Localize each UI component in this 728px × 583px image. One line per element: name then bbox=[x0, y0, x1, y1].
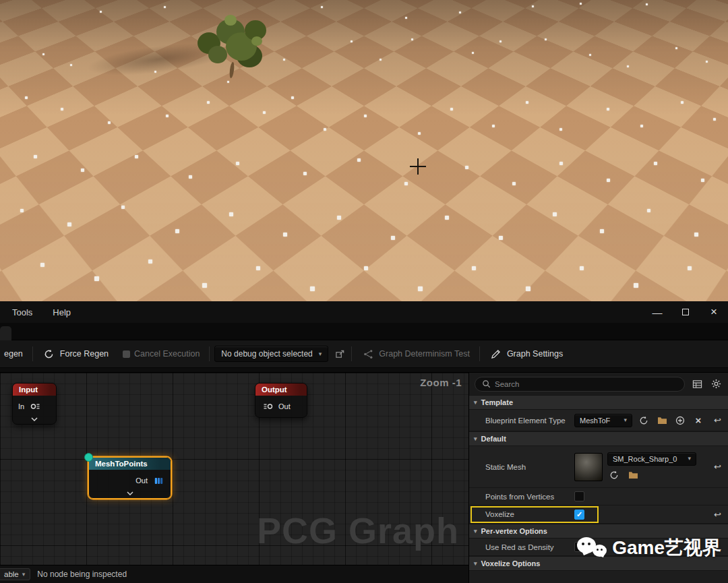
settings-gear-icon[interactable] bbox=[709, 377, 723, 391]
node-mesh-to-points[interactable]: MeshToPoints Out bbox=[88, 457, 171, 499]
force-regen-button[interactable]: Force Regen bbox=[38, 344, 113, 364]
search-input[interactable] bbox=[495, 380, 678, 388]
reset-to-default-icon[interactable]: ↩ bbox=[712, 510, 723, 520]
graph-settings-pencil-icon bbox=[489, 347, 503, 361]
maximize-icon bbox=[682, 309, 689, 315]
chevron-down-icon: ▾ bbox=[22, 572, 26, 578]
node-output[interactable]: Output Out bbox=[255, 383, 307, 418]
viewport-fog-overlay bbox=[0, 0, 728, 301]
force-regen-icon bbox=[42, 347, 56, 361]
wechat-logo-icon bbox=[577, 535, 608, 561]
section-triangle-icon: ▾ bbox=[474, 400, 477, 406]
toolbar-separator bbox=[32, 346, 33, 361]
screen: Tools Help — × egen Force Regen bbox=[0, 0, 728, 583]
window-controls: — × bbox=[643, 301, 728, 323]
property-label: Static Mesh bbox=[469, 463, 570, 471]
maximize-button[interactable] bbox=[671, 301, 700, 323]
chevron-down-icon: ▾ bbox=[624, 417, 627, 423]
determinism-test-icon bbox=[361, 347, 375, 361]
debug-target-icon[interactable] bbox=[333, 347, 346, 361]
toolbar-separator bbox=[479, 346, 480, 361]
graph-toolbar: egen Force Regen Cancel Execution No deb… bbox=[0, 340, 728, 368]
minimize-button[interactable]: — bbox=[643, 301, 671, 323]
reset-to-default-icon[interactable]: ↩ bbox=[712, 415, 723, 425]
section-triangle-icon: ▾ bbox=[474, 436, 477, 442]
toolbar-gap bbox=[0, 368, 728, 373]
node-mesh-to-points-title: MeshToPoints bbox=[89, 458, 171, 470]
graph-determinism-test-button[interactable]: Graph Determinism Test bbox=[357, 344, 475, 364]
static-mesh-dropdown[interactable]: SM_Rock_Sharp_0 ▾ bbox=[607, 452, 696, 466]
section-default[interactable]: ▾ Default bbox=[469, 431, 728, 446]
browse-to-asset-icon[interactable] bbox=[626, 468, 640, 482]
row-blueprint-element-type: Blueprint Element Type MeshToF ▾ bbox=[469, 410, 728, 431]
graph-settings-button[interactable]: Graph Settings bbox=[485, 344, 568, 364]
close-button[interactable]: × bbox=[700, 301, 728, 323]
input-pin-icon[interactable] bbox=[261, 400, 274, 413]
reset-to-default-icon[interactable]: ↩ bbox=[712, 462, 723, 472]
status-dropdown-partial[interactable]: able ▾ bbox=[0, 568, 30, 580]
details-search-row bbox=[469, 373, 728, 395]
zoom-level-label: Zoom -1 bbox=[420, 377, 462, 388]
status-bar: able ▾ No node being inspected bbox=[0, 565, 468, 583]
row-static-mesh: Static Mesh SM_Rock_Sharp_0 ▾ bbox=[469, 446, 728, 488]
property-label: Points from Vertices bbox=[469, 493, 570, 501]
toolbar-separator bbox=[209, 346, 210, 361]
graph-canvas[interactable]: Zoom -1 PCG Graph Input In bbox=[0, 373, 468, 565]
regen-partial-button[interactable]: egen bbox=[3, 346, 28, 362]
toolbar-separator bbox=[351, 346, 352, 361]
viewport-crosshair bbox=[410, 158, 426, 175]
static-mesh-thumbnail[interactable] bbox=[574, 453, 603, 481]
brand-label: Game艺视界 bbox=[612, 535, 721, 561]
chevron-down-icon: ▾ bbox=[319, 351, 322, 357]
check-icon: ✓ bbox=[576, 510, 582, 519]
view-options-icon[interactable] bbox=[690, 377, 704, 391]
bush-foliage bbox=[198, 13, 275, 81]
node-input-title: Input bbox=[13, 383, 56, 396]
clear-icon[interactable]: × bbox=[692, 414, 705, 427]
pcg-graph-watermark: PCG Graph bbox=[257, 510, 459, 551]
status-message: No node being inspected bbox=[37, 570, 127, 579]
node-collapse-chevron-icon[interactable] bbox=[89, 491, 171, 498]
property-label: Use Red as Density bbox=[469, 543, 570, 551]
pin-in-label: In bbox=[18, 402, 24, 410]
browse-to-asset-icon[interactable] bbox=[655, 414, 669, 427]
row-voxelize: Voxelize ✓ ↩ bbox=[469, 505, 728, 524]
section-triangle-icon: ▾ bbox=[474, 561, 477, 567]
section-triangle-icon: ▾ bbox=[474, 528, 477, 534]
cancel-execution-button[interactable]: Cancel Execution bbox=[118, 346, 204, 362]
menubar: Tools Help — × bbox=[0, 301, 728, 323]
pin-out-label: Out bbox=[278, 402, 291, 410]
node-collapse-chevron-icon[interactable] bbox=[13, 417, 56, 424]
tab-strip bbox=[0, 323, 728, 340]
node-output-title: Output bbox=[255, 383, 307, 396]
pin-out-label: Out bbox=[135, 477, 148, 485]
chevron-down-icon: ▾ bbox=[688, 456, 691, 462]
brand-watermark: Game艺视界 bbox=[577, 535, 721, 561]
points-from-vertices-checkbox[interactable] bbox=[574, 491, 584, 501]
add-element-icon[interactable] bbox=[673, 414, 687, 427]
cancel-execution-icon bbox=[123, 350, 130, 358]
menu-help[interactable]: Help bbox=[53, 307, 71, 317]
voxelize-checkbox[interactable]: ✓ bbox=[574, 510, 584, 520]
blueprint-element-type-dropdown[interactable]: MeshToF ▾ bbox=[574, 414, 632, 427]
search-box[interactable] bbox=[475, 377, 685, 392]
property-label: Blueprint Element Type bbox=[469, 417, 570, 425]
use-selected-asset-icon[interactable] bbox=[607, 468, 621, 482]
section-template[interactable]: ▾ Template bbox=[469, 395, 728, 410]
points-pin-icon[interactable] bbox=[152, 474, 165, 487]
search-icon bbox=[481, 379, 491, 389]
level-viewport[interactable] bbox=[0, 0, 728, 301]
node-inspect-dot[interactable] bbox=[84, 453, 93, 462]
output-pin-icon[interactable] bbox=[28, 400, 42, 413]
partial-tab[interactable] bbox=[0, 326, 11, 340]
debug-object-dropdown[interactable]: No debug object selected ▾ bbox=[214, 346, 328, 362]
menu-tools[interactable]: Tools bbox=[12, 307, 32, 317]
details-panel-filler bbox=[469, 571, 728, 583]
node-input[interactable]: Input In bbox=[12, 383, 57, 425]
graph-column: Zoom -1 PCG Graph Input In bbox=[0, 373, 468, 583]
row-points-from-vertices: Points from Vertices bbox=[469, 488, 728, 505]
use-selected-asset-icon[interactable] bbox=[637, 414, 650, 427]
property-label: Voxelize bbox=[469, 510, 570, 518]
